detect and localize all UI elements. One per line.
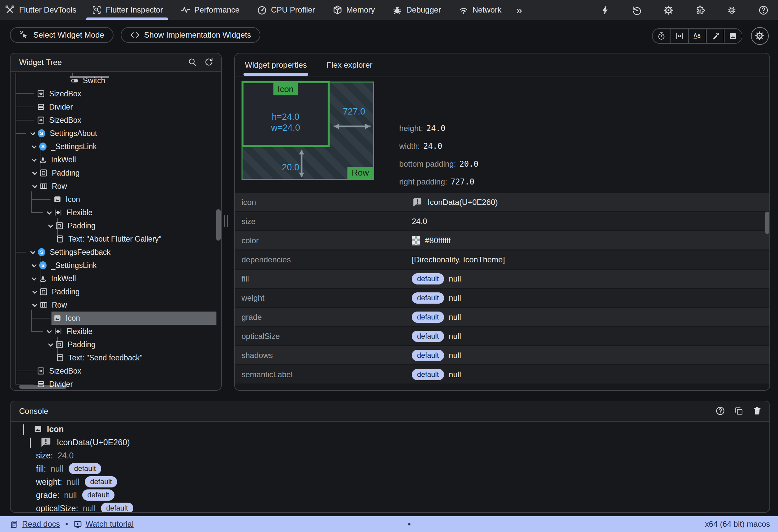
report-bug-button[interactable] [725, 4, 738, 16]
chevron-right-icon[interactable] [30, 438, 40, 447]
tree-row-settingslink[interactable]: S_SettingsLink [11, 140, 221, 153]
tree-row-row[interactable]: Row [11, 179, 221, 193]
tree-row-settingslink[interactable]: S_SettingsLink [11, 259, 221, 272]
tree-row-sizedbox[interactable]: SizedBox [11, 113, 221, 127]
highlight-images-toggle[interactable] [724, 29, 742, 43]
chevron-down-icon[interactable] [30, 291, 39, 293]
main-tab-debugger[interactable]: Debugger [383, 0, 449, 20]
divider-icon [36, 380, 46, 389]
tree-row-label: SizedBox [49, 367, 81, 376]
tree-refresh-button[interactable] [204, 57, 215, 68]
main-tab-network[interactable]: Network [450, 0, 510, 20]
tree-row-flexible[interactable]: Flexible [11, 206, 221, 219]
hot-reload-bolt-button[interactable] [599, 4, 611, 16]
property-row-semanticLabel[interactable]: semanticLabeldefaultnull [235, 365, 769, 383]
property-row-fill[interactable]: filldefaultnull [235, 270, 769, 288]
tab-widget-properties[interactable]: Widget properties [235, 54, 317, 77]
tree-row-icon[interactable]: Icon [11, 193, 221, 206]
console-help-button[interactable] [715, 406, 726, 416]
layout-detail-row: right padding:727.0 [399, 173, 478, 191]
console-icondata-line[interactable]: IconData(U+0E260) [11, 436, 769, 449]
settings-gear-button[interactable] [662, 4, 675, 16]
chevron-down-icon[interactable] [30, 304, 39, 306]
tree-row-inkwell[interactable]: InkWell [11, 153, 221, 166]
read-docs-link[interactable]: Read docs [10, 520, 60, 529]
text-scale-toggle[interactable]: AA [688, 29, 706, 43]
tree-row-sizedbox[interactable]: SizedBox [11, 364, 221, 378]
class-icon: S [37, 247, 46, 257]
main-tab-memory[interactable]: Memory [324, 0, 384, 20]
repaint-rainbow-toggle[interactable] [706, 29, 724, 43]
extensions-button[interactable] [694, 4, 706, 16]
tree-row-padding[interactable]: Padding [11, 219, 221, 232]
chevron-down-icon[interactable] [30, 264, 38, 267]
tree-row-padding[interactable]: Padding [11, 338, 221, 351]
select-widget-mode-button[interactable]: Select Widget Mode [10, 27, 113, 43]
slow-animations-toggle[interactable] [652, 29, 671, 43]
tree-vertical-scrollbar[interactable] [216, 209, 221, 241]
help-button[interactable] [757, 4, 770, 16]
inspector-settings-button[interactable] [751, 27, 769, 45]
property-row-dependencies[interactable]: dependencies[Directionality, IconTheme] [235, 250, 769, 269]
guidelines-toggle[interactable] [671, 29, 688, 43]
chevron-down-icon[interactable] [46, 344, 55, 346]
tree-row-flexible[interactable]: Flexible [11, 325, 221, 338]
default-badge: default [412, 350, 444, 361]
selected-widget-label: Icon [273, 83, 298, 95]
properties-scrollbar[interactable] [765, 212, 769, 234]
tree-row-icon[interactable]: Icon [11, 312, 221, 325]
property-value: null [449, 312, 461, 322]
property-row-shadows[interactable]: shadowsdefaultnull [235, 346, 769, 364]
tree-row-settingsfeedback[interactable]: SSettingsFeedback [11, 245, 221, 259]
chevron-down-icon[interactable] [30, 146, 38, 148]
property-label: opticalSize [235, 332, 412, 341]
chevron-down-icon[interactable] [28, 251, 37, 253]
parent-row-box[interactable]: Row Icon h=24.0 w=24.0 727.0 20.0 [241, 81, 374, 180]
tree-row-switch[interactable]: Switch [11, 74, 221, 87]
console-copy-button[interactable] [734, 406, 744, 416]
console-widget-line[interactable]: Icon [11, 423, 769, 436]
main-tab-cpu-profiler[interactable]: CPU Profiler [248, 0, 323, 20]
chevron-down-icon[interactable] [46, 225, 55, 227]
tree-row-divider[interactable]: Divider [11, 378, 221, 390]
tree-row-padding[interactable]: Padding [11, 285, 221, 298]
tree-row-row[interactable]: Row [11, 298, 221, 312]
chevron-down-icon[interactable] [45, 212, 54, 214]
chevron-down-icon[interactable] [30, 159, 38, 161]
console-property-line: size:24.0 [11, 449, 769, 462]
property-row-icon[interactable]: iconIconData(U+0E260) [235, 193, 769, 211]
property-row-grade[interactable]: gradedefaultnull [235, 308, 769, 326]
property-row-opticalSize[interactable]: opticalSizedefaultnull [235, 327, 769, 345]
tree-search-button[interactable] [187, 57, 198, 68]
property-row-color[interactable]: color#80ffffff [235, 231, 769, 249]
chevron-down-icon[interactable] [30, 278, 38, 280]
inkwell-icon [38, 274, 48, 283]
chevron-down-icon[interactable] [30, 185, 39, 187]
main-tab-flutter-inspector[interactable]: Flutter Inspector [83, 0, 171, 20]
panel-splitter-handle[interactable] [224, 215, 229, 227]
more-tabs-button[interactable]: » [510, 0, 528, 20]
chevron-down-icon[interactable] [30, 172, 39, 174]
tree-row-sizedbox[interactable]: SizedBox [11, 87, 221, 100]
tree-row-settingsabout[interactable]: SSettingsAbout [11, 127, 221, 140]
watch-tutorial-link[interactable]: Watch tutorial [73, 520, 134, 529]
tree-row-divider[interactable]: Divider [11, 100, 221, 113]
chevron-down-icon[interactable] [28, 132, 37, 135]
chevron-down-icon[interactable] [23, 425, 33, 434]
text-icon [56, 234, 65, 243]
hot-restart-history-button[interactable] [630, 4, 643, 16]
tree-row-text-send-feedback[interactable]: Text: "Send feedback" [11, 351, 221, 364]
selected-widget-box[interactable]: Icon h=24.0 w=24.0 [241, 81, 330, 147]
tree-row-padding[interactable]: Padding [11, 166, 221, 179]
console-clear-button[interactable] [752, 406, 763, 416]
tree-row-inkwell[interactable]: InkWell [11, 272, 221, 285]
show-implementation-widgets-label: Show Implementation Widgets [144, 30, 251, 40]
property-row-size[interactable]: size24.0 [235, 212, 769, 230]
main-tab-performance[interactable]: Performance [172, 0, 248, 20]
chevron-down-icon[interactable] [45, 330, 54, 333]
property-row-weight[interactable]: weightdefaultnull [235, 289, 769, 307]
show-implementation-widgets-button[interactable]: Show Implementation Widgets [121, 27, 260, 43]
tree-row-text-about-flutter-gallery[interactable]: Text: "About Flutter Gallery" [11, 232, 221, 245]
console-output: IconIconData(U+0E260)size:24.0fill:nulld… [11, 423, 769, 512]
tab-flex-explorer[interactable]: Flex explorer [317, 54, 382, 77]
